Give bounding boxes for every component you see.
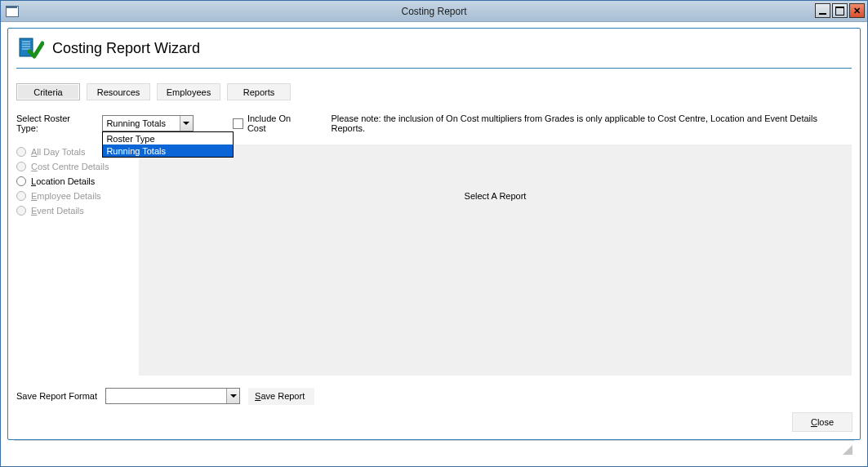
resize-grip-icon[interactable] [842, 444, 852, 455]
radio-input-all-day [16, 147, 26, 157]
close-button[interactable]: Close [793, 413, 852, 431]
roster-type-dropdown: Roster Type Running Totals [102, 131, 234, 158]
close-window-button[interactable] [849, 3, 865, 18]
radio-input-event [16, 206, 26, 216]
close-row: Close [16, 413, 852, 431]
criteria-row: Select Roster Type: Running Totals Roste… [16, 113, 852, 133]
radio-event-details: Event Details [16, 203, 139, 218]
report-type-radios: All Day Totals Cost Centre Details Locat… [16, 145, 139, 376]
body-area: All Day Totals Cost Centre Details Locat… [16, 145, 852, 376]
chevron-down-icon[interactable] [180, 116, 193, 131]
radio-input-employee [16, 191, 26, 201]
radio-input-location[interactable] [16, 176, 26, 186]
status-bar [14, 440, 854, 456]
report-placeholder: Select A Report [465, 191, 527, 201]
radio-label-all-day: All Day Totals [31, 147, 85, 157]
tab-resources[interactable]: Resources [87, 83, 150, 100]
roster-type-option-running-totals[interactable]: Running Totals [103, 145, 233, 157]
radio-location-details[interactable]: Location Details [16, 174, 139, 189]
roster-type-value: Running Totals [106, 118, 166, 128]
report-preview-panel: Select A Report [139, 145, 852, 376]
radio-label-employee: Employee Details [31, 191, 101, 201]
chevron-down-icon[interactable] [226, 389, 239, 403]
minimize-button[interactable] [815, 3, 830, 18]
tab-strip: Criteria Resources Employees Reports [16, 83, 852, 100]
maximize-button[interactable] [832, 3, 848, 18]
save-format-combo-box[interactable] [105, 388, 240, 404]
save-row: Save Report Format Save Report [16, 387, 852, 405]
window-icon[interactable] [6, 6, 19, 17]
tab-employees[interactable]: Employees [157, 83, 220, 100]
tab-reports[interactable]: Reports [227, 83, 291, 100]
radio-input-cost-centre [16, 162, 26, 171]
radio-label-event: Event Details [31, 206, 84, 216]
save-format-label: Save Report Format [16, 391, 97, 401]
include-on-cost-checkbox[interactable] [233, 118, 243, 129]
on-cost-note: Please note: the inclusion of On Cost mu… [331, 113, 852, 133]
roster-type-combo[interactable]: Running Totals Roster Type Running Total… [102, 115, 194, 131]
roster-type-option-roster-type[interactable]: Roster Type [103, 132, 233, 145]
tab-criteria[interactable]: Criteria [16, 83, 80, 100]
titlebar[interactable]: Costing Report [1, 1, 867, 22]
radio-label-cost-centre: Cost Centre Details [31, 162, 109, 171]
include-on-cost-label[interactable]: Include On Cost [247, 113, 312, 133]
costing-report-window: Costing Report Costing [0, 0, 868, 467]
wizard-title: Costing Report Wizard [52, 40, 200, 57]
roster-type-label: Select Roster Type: [16, 113, 94, 133]
window-controls [815, 3, 865, 18]
include-on-cost-wrap: Include On Cost [233, 113, 311, 133]
save-report-button[interactable]: Save Report [248, 388, 314, 405]
window-title: Costing Report [401, 6, 466, 17]
radio-label-location[interactable]: Location Details [31, 176, 95, 186]
wizard-header: Costing Report Wizard [16, 33, 852, 69]
radio-cost-centre-details: Cost Centre Details [16, 159, 139, 174]
save-format-combo[interactable] [105, 388, 240, 404]
wizard-panel: Costing Report Wizard Criteria Resources… [7, 28, 861, 440]
roster-type-combo-box[interactable]: Running Totals [102, 115, 194, 131]
wizard-icon [18, 35, 44, 61]
radio-employee-details: Employee Details [16, 189, 139, 203]
client-area: Costing Report Wizard Criteria Resources… [1, 22, 867, 466]
